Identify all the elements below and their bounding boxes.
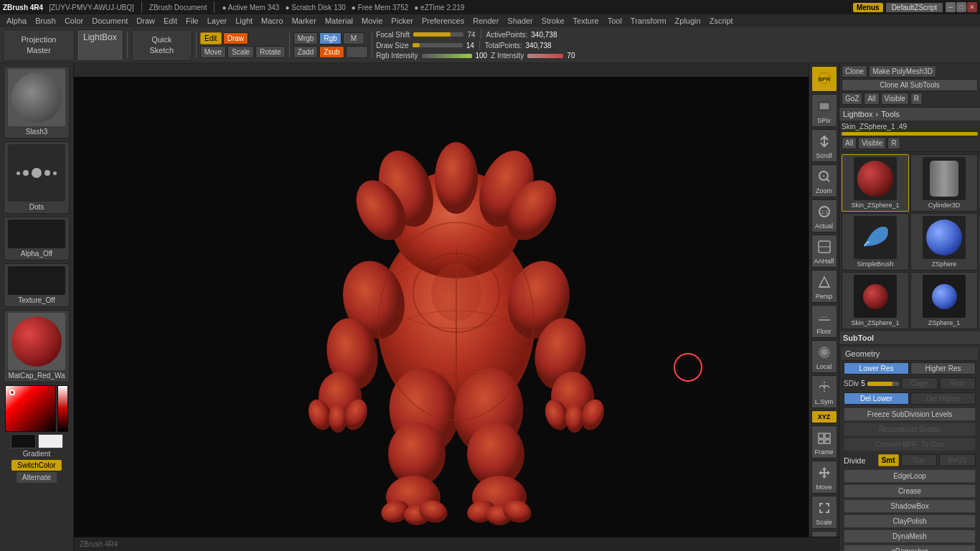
tool-thumb-simplebrush[interactable]: SimpleBrush [842,213,909,270]
tool-thumb-skin-zsphere1[interactable]: Skin_ZSphere_1 [842,154,909,212]
color-hue-bar[interactable] [57,385,68,432]
menu-render[interactable]: Render [469,16,502,26]
alternate-button[interactable]: Alternate [17,472,57,483]
vtool-scale-button[interactable]: Scale [811,496,837,529]
convert-bpr-button[interactable]: Convert BPR_To Geo [844,438,976,451]
m-button[interactable]: M [343,32,364,44]
all-tools-button[interactable]: All [842,137,857,149]
menu-color[interactable]: Color [61,16,87,26]
del-higher-button[interactable]: Del Higher [910,392,976,405]
scroll-button[interactable]: Scroll [811,129,837,162]
maximize-button[interactable]: □ [956,2,966,12]
zoom-button[interactable]: + Zoom [811,164,837,197]
color-gradient[interactable] [5,385,56,432]
rotate-button[interactable]: Rotate [255,46,285,58]
menu-shader[interactable]: Shader [504,16,536,26]
actual-button[interactable]: 1:1 Actual [811,199,837,232]
goz-button[interactable]: GoZ [842,93,862,105]
cage-button[interactable]: Cage [901,377,937,390]
color-swatch-black[interactable] [11,434,36,448]
lightbox-tools-header[interactable]: Lightbox › Tools [839,108,980,121]
bpr-button[interactable]: BPR [811,66,837,92]
menu-preferences[interactable]: Preferences [418,16,468,26]
higher-res-button[interactable]: Higher Res [910,362,976,375]
menu-stroke[interactable]: Stroke [538,16,568,26]
spix-button[interactable]: SPix [811,94,837,127]
draw-button[interactable]: Draw [223,32,248,44]
menu-tool[interactable]: Tool [604,16,626,26]
viewport[interactable] [74,77,839,537]
persp-button[interactable]: Persp [811,270,837,303]
shadowbox-button[interactable]: ShadowBox [844,499,976,513]
tool-thumb-cylinder3d[interactable]: Cylinder3D [910,154,978,212]
menu-marker[interactable]: Marker [288,16,320,26]
crease-button[interactable]: Crease [844,484,976,498]
mrgb-button[interactable]: Mrgb [293,32,319,44]
lsym-button[interactable]: L.Sym [811,375,837,408]
aahalf-button[interactable]: AAHalf [811,235,837,268]
all-button[interactable]: All [864,93,879,105]
move-button[interactable]: Move [200,46,226,58]
texture-thumbnail[interactable]: Texture_Off [4,263,70,307]
quick-sketch-button[interactable]: Quick Sketch [131,29,192,61]
menu-document[interactable]: Document [88,16,131,26]
clone-button[interactable]: Clone [842,65,867,77]
vtool-move-button[interactable]: Move [811,461,837,494]
color-picker[interactable]: Gradient SwitchColor Alternate [5,385,68,483]
matcap-thumbnail[interactable]: MatCap_Red_Wa [4,310,70,382]
menu-material[interactable]: Material [321,16,357,26]
suv-button[interactable]: Suv [901,454,938,466]
tool-thumb-zsphere1[interactable]: ZSphere_1 [910,272,978,329]
projection-master-button[interactable]: Projection Master [3,29,75,61]
make-polymesh-button[interactable]: Make PolyMesh3D [869,65,936,77]
smt-button[interactable]: Smt [878,454,899,466]
rstr-button[interactable]: Rstr [940,377,976,390]
menus-button[interactable]: Menus [853,3,883,12]
r-button[interactable]: R [910,93,923,105]
zadd-button[interactable]: Zadd [293,46,319,58]
zsub-button[interactable]: Zsub [319,46,344,58]
menu-draw[interactable]: Draw [133,16,159,26]
skin-slider[interactable] [842,132,978,136]
sdiv-slider-track[interactable] [867,382,899,386]
brush-thumbnail[interactable]: Slash3 [4,66,70,138]
edgeloop-button[interactable]: EdgeLoop [844,469,976,483]
menu-movie[interactable]: Movie [358,16,386,26]
visible-button[interactable]: Visible [881,93,909,105]
reuv-button[interactable]: ReUV [939,454,976,466]
clone-all-subtools-button[interactable]: Clone All SubTools [842,79,978,91]
menu-file[interactable]: File [182,16,202,26]
menu-layer[interactable]: Layer [204,16,231,26]
tool-thumb-skin-zsphere-small[interactable]: Skin_ZSphere_1 [842,272,909,329]
freeze-subdiv-button[interactable]: Freeze SubDivision Levels [844,408,976,421]
frame-button[interactable]: Frame [811,425,837,458]
menu-transform[interactable]: Transform [627,16,670,26]
menu-brush[interactable]: Brush [32,16,60,26]
menu-zscript[interactable]: Zscript [706,16,737,26]
edit-button[interactable]: Edit [200,32,222,44]
reconstruct-subdiv-button[interactable]: Reconstruct Subdiv [844,423,976,436]
local-button[interactable]: Local [811,340,837,373]
visible-tools-button[interactable]: Visible [858,137,886,149]
switch-color-button[interactable]: SwitchColor [11,460,61,471]
dynamesh-button[interactable]: DynaMesh [844,529,976,543]
tool-thumb-zsphere[interactable]: ZSphere [910,213,978,270]
zcut-button[interactable]: Zcut [346,46,368,58]
color-swatch-white[interactable] [38,434,63,448]
lightbox-button[interactable]: LightBox [77,29,123,61]
menu-picker[interactable]: Picker [387,16,417,26]
menu-alpha[interactable]: Alpha [3,16,30,26]
scale-button[interactable]: Scale [227,46,254,58]
r-tools-button[interactable]: R [887,137,900,149]
xyz-button[interactable]: XYZ [811,410,837,423]
close-button[interactable]: ✕ [967,2,977,12]
alpha-thumbnail[interactable]: Alpha_Off [4,217,70,260]
script-selector[interactable]: DefaultZScript [886,3,943,12]
floor-button[interactable]: Floor [811,305,837,338]
menu-texture[interactable]: Texture [570,16,603,26]
minimize-button[interactable]: ─ [946,2,956,12]
stroke-thumbnail[interactable]: Dots [4,141,70,214]
lower-res-button[interactable]: Lower Res [844,362,909,375]
menu-edit[interactable]: Edit [160,16,181,26]
menu-zplugin[interactable]: Zplugin [672,16,705,26]
